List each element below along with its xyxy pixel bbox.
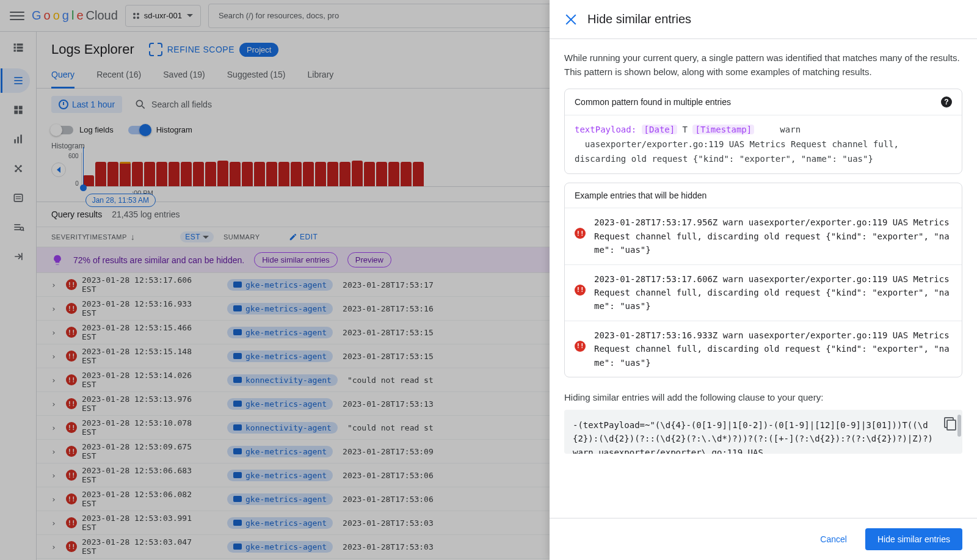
tab-recent[interactable]: Recent (16) — [96, 62, 141, 88]
rail-export[interactable] — [2, 244, 31, 269]
help-icon[interactable]: ? — [941, 96, 952, 107]
timezone-chip[interactable]: EST — [180, 231, 214, 242]
timestamp-cell: 2023-01-28 12:53:15.466 EST — [82, 323, 204, 341]
expand-icon[interactable]: › — [51, 447, 61, 456]
col-severity[interactable]: SEVERITY — [51, 233, 85, 241]
histogram-bar[interactable] — [107, 162, 118, 186]
rail-dashboards[interactable] — [2, 98, 31, 122]
rail-logs-explorer[interactable] — [1, 68, 30, 93]
source-chip[interactable]: gke-metrics-agent — [227, 351, 333, 362]
histogram-bar[interactable] — [278, 162, 289, 186]
dots-icon — [133, 13, 139, 19]
rail-metrics[interactable] — [2, 127, 31, 151]
expand-icon[interactable]: › — [51, 280, 61, 289]
svg-rect-20 — [14, 194, 22, 202]
container-icon — [233, 305, 242, 311]
expand-icon[interactable]: › — [51, 304, 61, 313]
histogram-bar[interactable] — [401, 162, 412, 186]
severity-error-icon: !! — [66, 327, 77, 338]
tab-suggested[interactable]: Suggested (15) — [227, 62, 286, 88]
histogram-bar[interactable] — [327, 162, 338, 186]
source-chip[interactable]: gke-metrics-agent — [227, 541, 333, 553]
histogram-bar[interactable] — [242, 162, 253, 186]
histogram-bar[interactable] — [95, 162, 106, 186]
source-chip[interactable]: gke-metrics-agent — [227, 398, 333, 410]
histogram-bar[interactable] — [156, 162, 167, 186]
expand-icon[interactable]: › — [51, 471, 61, 480]
time-marker[interactable] — [83, 147, 84, 191]
source-chip[interactable]: gke-metrics-agent — [227, 493, 333, 505]
rail-storage[interactable] — [2, 186, 31, 210]
histogram-bar[interactable] — [120, 162, 131, 186]
histogram-toggle[interactable]: Histogram — [128, 125, 192, 134]
google-cloud-logo[interactable]: Google Cloud — [32, 9, 118, 23]
timestamp-cell: 2023-01-28 12:53:03.047 EST — [82, 537, 204, 556]
severity-error-icon: !! — [66, 279, 77, 290]
source-chip[interactable]: gke-metrics-agent — [227, 327, 333, 338]
expand-icon[interactable]: › — [51, 542, 61, 551]
rail-router[interactable] — [2, 156, 31, 181]
histogram-bar[interactable] — [169, 162, 180, 186]
log-fields-toggle[interactable]: Log fields — [51, 125, 114, 134]
tab-library[interactable]: Library — [308, 62, 334, 88]
expand-icon[interactable]: › — [51, 399, 61, 409]
preview-button[interactable]: Preview — [347, 252, 391, 267]
source-chip[interactable]: gke-metrics-agent — [227, 517, 333, 529]
histogram-bar[interactable] — [413, 162, 424, 186]
svg-rect-14 — [17, 137, 19, 144]
histogram-bar[interactable] — [181, 162, 192, 186]
refine-scope-button[interactable]: REFINE SCOPE Project — [149, 43, 279, 57]
edit-columns-button[interactable]: EDIT — [285, 231, 322, 243]
source-chip[interactable]: gke-metrics-agent — [227, 303, 333, 315]
tab-saved[interactable]: Saved (19) — [163, 62, 205, 88]
source-chip[interactable]: konnectivity-agent — [227, 374, 338, 386]
histogram-bar[interactable] — [230, 162, 241, 186]
histogram-bar[interactable] — [291, 162, 302, 186]
confirm-hide-button[interactable]: Hide similar entries — [865, 528, 962, 550]
histogram-bar[interactable] — [340, 162, 350, 186]
col-timestamp[interactable]: TIMESTAMP ↓ EST — [85, 231, 214, 242]
histogram-bar[interactable] — [364, 162, 375, 186]
copy-icon[interactable] — [944, 417, 955, 428]
svg-rect-12 — [18, 111, 22, 114]
rail-analytics[interactable] — [2, 215, 31, 239]
logging-product-icon[interactable] — [7, 37, 29, 59]
expand-icon[interactable]: › — [51, 376, 61, 385]
histogram-bar[interactable] — [388, 162, 399, 186]
histogram-bar[interactable] — [193, 162, 204, 186]
hamburger-icon[interactable] — [10, 9, 24, 23]
histogram-bar[interactable] — [205, 162, 216, 186]
hide-similar-button[interactable]: Hide similar entries — [254, 252, 338, 267]
project-selector[interactable]: sd-uxr-001 — [125, 5, 201, 27]
time-range-chip[interactable]: Last 1 hour — [51, 96, 122, 113]
histogram-bar[interactable] — [132, 162, 143, 186]
histogram-prev-button[interactable] — [51, 162, 66, 177]
histogram-bar[interactable] — [352, 161, 363, 186]
example-text: 2023-01-28T17:53:17.956Z warn uasexporte… — [594, 216, 952, 256]
expand-icon[interactable]: › — [51, 495, 61, 504]
source-chip[interactable]: gke-metrics-agent — [227, 279, 333, 291]
source-chip[interactable]: gke-metrics-agent — [227, 470, 333, 481]
expand-icon[interactable]: › — [51, 423, 61, 432]
close-icon[interactable] — [564, 13, 578, 26]
source-chip[interactable]: konnectivity-agent — [227, 422, 338, 434]
svg-rect-4 — [16, 46, 23, 48]
scrollbar[interactable] — [957, 415, 961, 437]
expand-icon[interactable]: › — [51, 352, 61, 361]
histogram-bar[interactable] — [303, 162, 314, 186]
histogram-bar[interactable] — [144, 162, 155, 186]
histogram-bar[interactable] — [266, 162, 277, 186]
cancel-button[interactable]: Cancel — [812, 528, 855, 550]
example-text: 2023-01-28T17:53:17.606Z warn uasexporte… — [594, 272, 952, 313]
source-chip[interactable]: gke-metrics-agent — [227, 446, 333, 457]
histogram-bar[interactable] — [254, 162, 265, 186]
tab-query[interactable]: Query — [51, 62, 74, 89]
chevron-left-icon — [57, 167, 60, 173]
histogram-bar[interactable] — [376, 162, 387, 186]
histogram-bar[interactable] — [217, 161, 228, 186]
expand-icon[interactable]: › — [51, 518, 61, 528]
container-icon — [233, 424, 242, 431]
histogram-bar[interactable] — [315, 162, 326, 186]
expand-icon[interactable]: › — [51, 328, 61, 337]
svg-rect-25 — [14, 229, 20, 230]
